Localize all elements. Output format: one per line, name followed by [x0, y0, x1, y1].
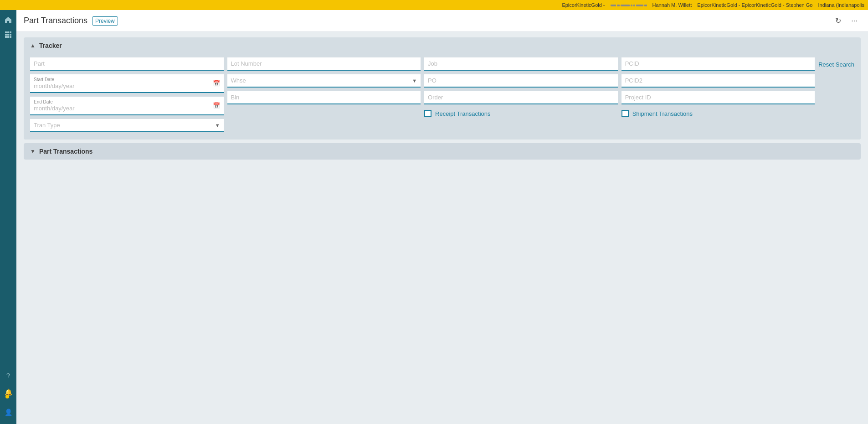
tran-type-field[interactable]: Tran Type ▼	[30, 119, 224, 132]
order-input[interactable]	[428, 94, 614, 101]
sidebar-help-icon[interactable]: ?	[2, 369, 15, 382]
svg-rect-12	[10, 34, 11, 36]
svg-rect-8	[7, 31, 9, 33]
refresh-button[interactable]: ↻	[832, 15, 844, 27]
shipment-transactions-row[interactable]: Shipment Transactions	[621, 108, 815, 119]
more-options-button[interactable]: ···	[848, 15, 861, 27]
tran-type-label: Tran Type	[34, 122, 60, 129]
project-id-field[interactable]	[621, 91, 815, 104]
form-col-1: Start Date 📅 End Date 📅	[30, 57, 224, 132]
pcid-field[interactable]	[621, 57, 815, 71]
form-col-5: Reset Search	[818, 57, 854, 68]
end-date-calendar-icon[interactable]: 📅	[213, 102, 220, 109]
svg-rect-13	[5, 36, 7, 38]
po-input[interactable]	[428, 77, 614, 84]
svg-rect-15	[10, 36, 11, 38]
start-date-calendar-icon[interactable]: 📅	[213, 80, 220, 87]
part-transactions-section-header[interactable]: ▼ Part Transactions	[24, 143, 861, 160]
sidebar-home-icon[interactable]	[2, 14, 15, 26]
sidebar: ? 🔔 👤	[0, 10, 16, 424]
sidebar-user-icon[interactable]: 👤	[2, 406, 15, 419]
start-date-label: Start Date	[34, 77, 211, 83]
top-bar-location: Indiana (Indianapolis	[818, 2, 864, 8]
form-col-3: Receipt Transactions	[424, 57, 618, 119]
start-date-input[interactable]	[34, 83, 110, 89]
part-transactions-section-title: Part Transactions	[39, 148, 93, 155]
top-bar-loading	[611, 2, 647, 8]
whse-dropdown-icon: ▼	[412, 78, 417, 83]
svg-rect-6	[644, 5, 647, 6]
receipt-transactions-label: Receipt Transactions	[435, 110, 490, 117]
end-date-field[interactable]: End Date 📅	[30, 97, 224, 115]
tracker-chevron-icon: ▲	[30, 42, 36, 49]
top-bar: EpicorKineticGold - Hannah M. Willett Ep…	[0, 0, 868, 10]
top-bar-env: EpicorKineticGold - EpicorKineticGold - …	[697, 2, 812, 8]
svg-rect-10	[5, 34, 7, 36]
tracker-section-title: Tracker	[39, 42, 62, 49]
svg-rect-2	[621, 5, 630, 6]
svg-rect-1	[617, 5, 620, 6]
end-date-label: End Date	[34, 99, 211, 105]
svg-rect-4	[633, 5, 635, 6]
pcid2-field[interactable]	[621, 74, 815, 88]
order-field[interactable]	[424, 91, 618, 104]
form-col-4: Shipment Transactions	[621, 57, 815, 119]
svg-rect-14	[7, 36, 9, 38]
po-field[interactable]	[424, 74, 618, 88]
sidebar-bottom: ? 🔔 👤	[2, 369, 15, 424]
form-col-2: Whse ▼	[227, 57, 421, 104]
whse-field[interactable]: Whse ▼	[227, 74, 421, 88]
svg-rect-3	[631, 5, 632, 6]
part-field[interactable]	[30, 57, 224, 71]
top-bar-user: Hannah M. Willett	[652, 2, 692, 8]
svg-rect-11	[7, 34, 9, 36]
preview-badge: Preview	[92, 16, 118, 26]
bin-input[interactable]	[231, 94, 417, 101]
tracker-section: ▲ Tracker Start Date	[24, 37, 861, 140]
shipment-transactions-checkbox[interactable]	[621, 110, 629, 117]
bin-field[interactable]	[227, 91, 421, 104]
top-bar-app: EpicorKineticGold -	[562, 2, 605, 8]
pcid2-input[interactable]	[625, 77, 812, 84]
lot-number-field[interactable]	[227, 57, 421, 71]
notification-dot	[5, 395, 9, 398]
page-title: Part Transactions	[24, 16, 87, 26]
job-field[interactable]	[424, 57, 618, 71]
shipment-transactions-label: Shipment Transactions	[632, 110, 693, 117]
tracker-body: Start Date 📅 End Date 📅	[24, 54, 861, 140]
page-content: ▲ Tracker Start Date	[16, 32, 868, 424]
lot-number-input[interactable]	[231, 60, 417, 67]
page-header: Part Transactions Preview ↻ ···	[16, 10, 868, 32]
start-date-field[interactable]: Start Date 📅	[30, 74, 224, 93]
whse-label: Whse	[231, 77, 246, 84]
receipt-transactions-row[interactable]: Receipt Transactions	[424, 108, 618, 119]
tracker-section-header[interactable]: ▲ Tracker	[24, 37, 861, 54]
job-input[interactable]	[428, 60, 614, 67]
part-transactions-chevron-icon: ▼	[30, 148, 36, 155]
part-input[interactable]	[34, 60, 220, 67]
tran-type-dropdown-icon: ▼	[215, 123, 220, 128]
svg-rect-5	[636, 5, 643, 6]
pcid-input[interactable]	[625, 60, 812, 67]
svg-rect-0	[611, 5, 616, 6]
svg-rect-9	[10, 31, 11, 33]
end-date-input[interactable]	[34, 105, 110, 112]
svg-rect-7	[5, 31, 7, 33]
project-id-input[interactable]	[625, 94, 812, 101]
reset-search-button[interactable]: Reset Search	[818, 57, 854, 68]
part-transactions-section: ▼ Part Transactions	[24, 143, 861, 160]
receipt-transactions-checkbox[interactable]	[424, 110, 431, 117]
sidebar-apps-icon[interactable]	[2, 28, 15, 41]
